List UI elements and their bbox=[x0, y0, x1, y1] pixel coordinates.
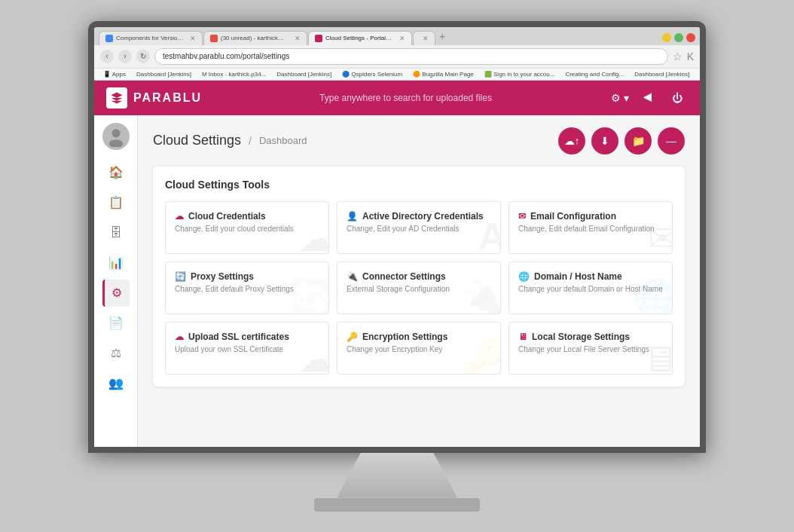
bookmark-creating[interactable]: Creating and Config... bbox=[562, 70, 627, 78]
tool-card-cloud-credentials[interactable]: ☁ Cloud Credentials Change, Edit your cl… bbox=[165, 201, 329, 254]
bookmark-apps[interactable]: 📱 Apps bbox=[100, 70, 129, 78]
tools-panel: Cloud Settings Tools ☁ Cloud Credentials… bbox=[153, 167, 685, 387]
proxy-settings-icon: 🔄 bbox=[175, 271, 186, 282]
active-directory-icon: 👤 bbox=[347, 211, 358, 222]
browser-tab-3[interactable]: Cloud Settings - Portal - ... ✕ bbox=[308, 31, 412, 45]
tool-card-active-directory[interactable]: 👤 Active Directory Credentials Change, E… bbox=[337, 201, 501, 254]
window-minimize[interactable] bbox=[662, 33, 671, 42]
logo-text: PARABLU bbox=[133, 91, 202, 105]
minus-button[interactable]: — bbox=[658, 127, 685, 154]
user-avatar bbox=[102, 123, 130, 150]
logout-icon-btn[interactable]: ⏻ bbox=[667, 87, 688, 109]
upload-button[interactable]: ☁↑ bbox=[558, 127, 585, 154]
reload-button[interactable]: ↻ bbox=[136, 50, 150, 63]
tool-card-encryption-settings[interactable]: 🔑 Encryption Settings Change your Encryp… bbox=[337, 322, 501, 375]
page-title-area: Cloud Settings / Dashboard bbox=[153, 133, 307, 148]
bookmark-signin[interactable]: 🟩 Sign in to your accou... bbox=[481, 70, 558, 78]
settings-icon-btn[interactable]: ⚙ ▾ bbox=[609, 87, 631, 109]
page-header: Cloud Settings / Dashboard ☁↑ ⬇ 📁 — bbox=[153, 127, 685, 154]
tab-label-1: Components for Version... bbox=[116, 35, 184, 41]
tool-card-connector-settings[interactable]: 🔌 Connector Settings External Storage Co… bbox=[337, 261, 501, 314]
bookmark-more[interactable]: » Other bookmarks bbox=[697, 70, 700, 78]
sidebar-item-database[interactable]: 🗄 bbox=[102, 219, 130, 246]
connector-settings-desc: External Storage Configuration bbox=[347, 285, 491, 293]
tools-grid: ☁ Cloud Credentials Change, Edit your cl… bbox=[165, 201, 673, 375]
bookmark-bugzilla[interactable]: 🟠 Bugzilla Main Page bbox=[410, 70, 477, 78]
app-wrapper: PARABLU Type anywhere to search for uplo… bbox=[94, 81, 700, 447]
browser-chrome: Components for Version... ✕ (30 unread) … bbox=[94, 27, 700, 81]
back-button[interactable]: ‹ bbox=[100, 50, 114, 63]
sidebar-item-tools[interactable]: ⚖ bbox=[102, 340, 130, 367]
sidebar-item-users[interactable]: 👥 bbox=[102, 370, 130, 397]
tool-card-proxy-settings-title: 🔄 Proxy Settings bbox=[175, 271, 319, 282]
tool-card-local-storage-settings[interactable]: 🖥 Local Storage Settings Change your Loc… bbox=[508, 322, 673, 375]
connector-settings-bg: 🔌 bbox=[461, 277, 501, 314]
domain-hostname-icon: 🌐 bbox=[518, 271, 530, 282]
email-config-bg: ✉ bbox=[648, 217, 673, 254]
download-button[interactable]: ⬇ bbox=[591, 127, 618, 154]
browser-tab-1[interactable]: Components for Version... ✕ bbox=[99, 31, 203, 45]
encryption-settings-icon: 🔑 bbox=[347, 332, 358, 342]
browser-tab-4[interactable]: ✕ bbox=[413, 31, 435, 45]
local-storage-desc: Change your Local File Server Settings bbox=[518, 345, 663, 353]
breadcrumb-separator: / bbox=[249, 135, 252, 147]
window-close[interactable] bbox=[686, 33, 695, 42]
sidebar-item-document[interactable]: 📄 bbox=[102, 310, 130, 337]
proxy-settings-label: Proxy Settings bbox=[191, 271, 254, 282]
monitor-stand bbox=[337, 453, 457, 498]
tool-card-encryption-settings-title: 🔑 Encryption Settings bbox=[347, 332, 491, 342]
local-storage-icon: 🖥 bbox=[518, 332, 527, 342]
bookmark-jenkins2[interactable]: Dashboard [Jenkins] bbox=[273, 70, 334, 78]
upload-ssl-label: Upload SSL certificates bbox=[188, 332, 289, 342]
cloud-credentials-bg: ☁ bbox=[298, 217, 329, 254]
page-title: Cloud Settings bbox=[153, 133, 241, 148]
active-directory-desc: Change, Edit your AD Credentials bbox=[347, 225, 491, 233]
tab-close-1[interactable]: ✕ bbox=[190, 35, 196, 42]
proxy-settings-desc: Change, Edit default Proxy Settings bbox=[175, 285, 319, 293]
sidebar-item-settings[interactable]: ⚙ bbox=[102, 280, 130, 307]
content-area: Cloud Settings / Dashboard ☁↑ ⬇ 📁 — Clou… bbox=[138, 115, 700, 447]
karthick-avatar: K bbox=[687, 50, 694, 63]
tool-card-proxy-settings[interactable]: 🔄 Proxy Settings Change, Edit default Pr… bbox=[165, 261, 329, 314]
tab-close-2[interactable]: ✕ bbox=[295, 35, 301, 42]
tool-card-upload-ssl[interactable]: ☁ Upload SSL certificates Upload your ow… bbox=[165, 322, 329, 375]
bookmark-jenkins[interactable]: Dashboard [Jenkins] bbox=[133, 70, 194, 78]
cloud-credentials-desc: Change, Edit your cloud credentials bbox=[175, 225, 319, 233]
cloud-credentials-label: Cloud Credentials bbox=[188, 211, 266, 222]
logo-area: PARABLU bbox=[106, 87, 202, 109]
encryption-settings-desc: Change your Encryption Key bbox=[347, 345, 491, 353]
bookmark-dashboard-j3[interactable]: Dashboard [Jenkins] bbox=[631, 70, 692, 78]
nav-icons: ⚙ ▾ ⯇ ⏻ bbox=[609, 87, 688, 109]
sidebar-item-analytics[interactable]: 📊 bbox=[102, 249, 130, 277]
tab-close-4[interactable]: ✕ bbox=[423, 35, 429, 42]
logo-icon bbox=[106, 87, 127, 109]
folder-button[interactable]: 📁 bbox=[625, 127, 652, 154]
upload-ssl-bg: ☁ bbox=[298, 338, 329, 375]
new-tab-button[interactable]: + bbox=[439, 30, 445, 45]
bookmarks-bar: 📱 Apps Dashboard [Jenkins] M Inbox - kar… bbox=[94, 68, 700, 80]
domain-hostname-label: Domain / Host Name bbox=[534, 271, 622, 282]
url-bar[interactable] bbox=[154, 48, 668, 65]
encryption-settings-bg: 🔑 bbox=[461, 338, 501, 375]
tool-card-email-config[interactable]: ✉ Email Configuration Change, Edit defau… bbox=[508, 201, 673, 254]
tools-panel-title: Cloud Settings Tools bbox=[165, 179, 673, 191]
local-storage-label: Local Storage Settings bbox=[532, 332, 630, 342]
tab-label-3: Cloud Settings - Portal - ... bbox=[325, 35, 393, 41]
bookmark-qspiders[interactable]: 🔵 Qspiders Selenium bbox=[339, 70, 405, 78]
star-icon[interactable]: ☆ bbox=[673, 50, 683, 63]
tab-close-3[interactable]: ✕ bbox=[399, 35, 405, 42]
browser-tab-2[interactable]: (30 unread) - karthick@p... ✕ bbox=[203, 31, 307, 45]
nav-search-hint: Type anywhere to search for uploaded fil… bbox=[211, 93, 600, 103]
tool-card-domain-hostname[interactable]: 🌐 Domain / Host Name Change your default… bbox=[508, 261, 673, 314]
bookmark-inbox[interactable]: M Inbox - karthick.p34... bbox=[199, 70, 269, 78]
monitor-screen: Components for Version... ✕ (30 unread) … bbox=[88, 21, 706, 453]
top-nav: PARABLU Type anywhere to search for uplo… bbox=[94, 81, 700, 115]
share-icon-btn[interactable]: ⯇ bbox=[638, 87, 659, 109]
window-maximize[interactable] bbox=[674, 33, 683, 42]
upload-ssl-icon: ☁ bbox=[175, 332, 184, 342]
breadcrumb-dashboard[interactable]: Dashboard bbox=[259, 135, 307, 146]
forward-button[interactable]: › bbox=[118, 50, 132, 63]
sidebar-item-home[interactable]: 🏠 bbox=[102, 159, 130, 186]
sidebar-item-clipboard[interactable]: 📋 bbox=[102, 189, 130, 216]
upload-ssl-desc: Upload your own SSL Certificate bbox=[175, 345, 319, 353]
